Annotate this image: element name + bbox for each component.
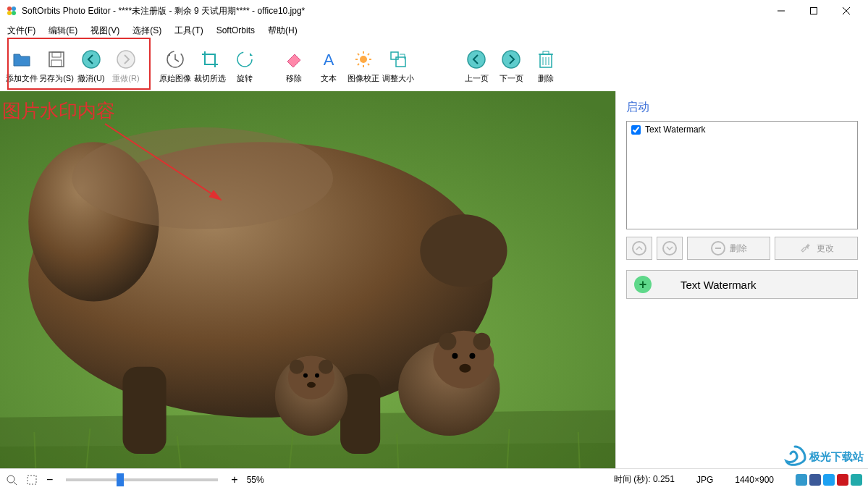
svg-rect-69 bbox=[28, 476, 36, 484]
menu-tools[interactable]: 工具(T) bbox=[174, 25, 203, 37]
trash-icon bbox=[536, 50, 555, 69]
dimensions-label: 1440×900 bbox=[735, 475, 774, 485]
svg-point-1 bbox=[12, 7, 16, 11]
maximize-button[interactable] bbox=[797, 1, 830, 21]
folder-icon bbox=[12, 50, 31, 69]
toolbar: 添加文件 另存为(S) 撤消(U) 重做(R) 原始图像 裁切所选 旋转 移除 … bbox=[0, 39, 868, 91]
fullsize-icon[interactable] bbox=[26, 474, 38, 486]
svg-rect-25 bbox=[391, 52, 398, 59]
svg-point-55 bbox=[452, 353, 458, 359]
svg-rect-10 bbox=[51, 60, 62, 67]
watermark-checkbox[interactable] bbox=[631, 125, 641, 135]
svg-point-41 bbox=[72, 127, 333, 229]
svg-point-16 bbox=[360, 56, 367, 63]
zoom-slider[interactable] bbox=[66, 478, 218, 481]
add-file-button[interactable]: 添加文件 bbox=[4, 50, 39, 84]
sun-icon bbox=[354, 50, 373, 69]
svg-text:A: A bbox=[324, 51, 334, 68]
crop-icon bbox=[201, 50, 219, 69]
svg-point-54 bbox=[473, 333, 490, 350]
watermark-list[interactable]: Text Watermark bbox=[626, 121, 858, 229]
undo-button[interactable]: 撤消(U) bbox=[74, 50, 109, 84]
statusbar: − + 55% 时间 (秒): 0.251 JPG 1440×900 bbox=[0, 468, 868, 490]
twitter-icon[interactable] bbox=[823, 474, 835, 486]
next-button[interactable]: 下一页 bbox=[494, 50, 528, 84]
svg-point-11 bbox=[83, 51, 100, 68]
panel-delete-button[interactable]: 删除 bbox=[687, 237, 770, 260]
watermark-label: Text Watermark bbox=[645, 124, 706, 135]
fit-icon[interactable] bbox=[6, 474, 17, 486]
svg-rect-42 bbox=[123, 367, 167, 454]
menu-edit[interactable]: 编辑(E) bbox=[49, 25, 77, 37]
svg-line-23 bbox=[358, 64, 359, 65]
svg-rect-26 bbox=[396, 57, 405, 67]
move-down-button[interactable] bbox=[657, 237, 683, 260]
remove-button[interactable]: 移除 bbox=[277, 50, 311, 84]
youtube-icon[interactable] bbox=[837, 474, 848, 486]
menu-file[interactable]: 文件(F) bbox=[7, 25, 35, 37]
resize-icon bbox=[389, 50, 408, 69]
rotate-icon bbox=[235, 50, 254, 69]
svg-point-50 bbox=[307, 382, 316, 388]
minus-icon bbox=[711, 241, 725, 255]
window-title: SoftOrbits Photo Editor - ****未注册版 - 剩余 … bbox=[22, 5, 764, 17]
link-icon[interactable] bbox=[851, 474, 862, 486]
menubar: 文件(F) 编辑(E) 视图(V) 选择(S) 工具(T) SoftOrbits… bbox=[0, 22, 868, 39]
right-panel: 启动 Text Watermark 删除 更改 + Text Watermark bbox=[615, 91, 868, 468]
image-canvas[interactable]: 图片水印内容 bbox=[0, 91, 615, 468]
zoom-out-button[interactable]: − bbox=[46, 473, 53, 486]
zoom-thumb[interactable] bbox=[117, 473, 124, 486]
site-watermark: 极光下载站 bbox=[782, 444, 864, 470]
svg-point-48 bbox=[303, 373, 308, 378]
original-button[interactable]: 原始图像 bbox=[158, 50, 193, 84]
menu-help[interactable]: 帮助(H) bbox=[268, 25, 298, 37]
menu-select[interactable]: 选择(S) bbox=[132, 25, 161, 37]
next-icon bbox=[502, 50, 521, 69]
menu-view[interactable]: 视图(V) bbox=[90, 25, 119, 37]
svg-point-56 bbox=[469, 353, 475, 359]
redo-icon bbox=[117, 50, 135, 69]
list-item[interactable]: Text Watermark bbox=[630, 124, 854, 135]
svg-rect-9 bbox=[52, 52, 61, 57]
chevron-up-icon bbox=[632, 241, 646, 255]
panel-edit-button[interactable]: 更改 bbox=[775, 237, 858, 260]
svg-line-68 bbox=[14, 482, 17, 485]
svg-line-24 bbox=[368, 54, 369, 55]
resize-button[interactable]: 调整大小 bbox=[381, 50, 416, 84]
crop-button[interactable]: 裁切所选 bbox=[193, 50, 227, 84]
svg-rect-5 bbox=[810, 8, 817, 14]
add-watermark-button[interactable]: + Text Watermark bbox=[626, 270, 858, 299]
rotate-button[interactable]: 旋转 bbox=[227, 50, 262, 84]
annotation-text: 图片水印内容 bbox=[2, 98, 115, 124]
redo-button[interactable]: 重做(R) bbox=[109, 50, 143, 84]
correction-button[interactable]: 图像校正 bbox=[346, 50, 381, 84]
move-up-button[interactable] bbox=[626, 237, 652, 260]
menu-softorbits[interactable]: SoftOrbits bbox=[216, 25, 255, 35]
minimize-button[interactable] bbox=[764, 1, 797, 21]
svg-line-21 bbox=[358, 54, 359, 55]
svg-point-40 bbox=[420, 214, 507, 287]
svg-point-0 bbox=[7, 7, 12, 11]
svg-point-67 bbox=[7, 476, 14, 483]
zoom-value: 55% bbox=[247, 475, 264, 485]
facebook-icon[interactable] bbox=[809, 474, 821, 486]
svg-line-37 bbox=[0, 457, 615, 461]
format-label: JPG bbox=[696, 475, 713, 485]
close-button[interactable] bbox=[830, 1, 862, 21]
prev-button[interactable]: 上一页 bbox=[459, 50, 494, 84]
chevron-down-icon bbox=[662, 241, 677, 255]
zoom-in-button[interactable]: + bbox=[231, 473, 237, 486]
vk-icon[interactable] bbox=[796, 474, 807, 486]
undo-icon bbox=[82, 50, 101, 69]
svg-point-28 bbox=[502, 51, 520, 68]
text-button[interactable]: A 文本 bbox=[311, 50, 346, 84]
prev-icon bbox=[467, 50, 486, 69]
save-as-button[interactable]: 另存为(S) bbox=[39, 50, 74, 84]
titlebar: SoftOrbits Photo Editor - ****未注册版 - 剩余 … bbox=[0, 0, 868, 22]
text-icon: A bbox=[319, 50, 338, 69]
wrench-icon bbox=[799, 242, 812, 255]
social-icons bbox=[796, 474, 862, 486]
panel-title: 启动 bbox=[626, 100, 858, 115]
delete-button[interactable]: 删除 bbox=[528, 50, 563, 84]
time-label: 时间 (秒): 0.251 bbox=[614, 473, 675, 486]
